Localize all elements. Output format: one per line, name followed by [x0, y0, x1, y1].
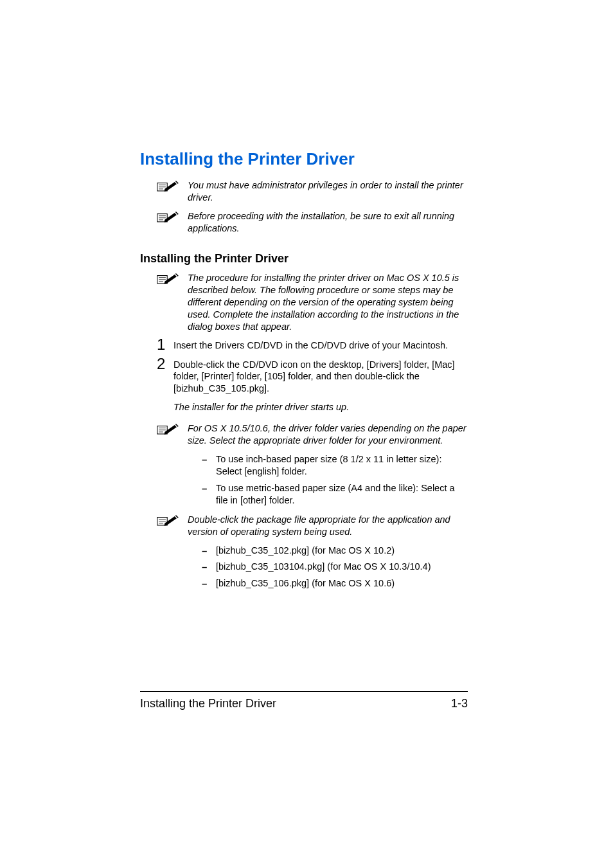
- list-item: To use metric-based paper size (A4 and t…: [202, 482, 468, 507]
- note-driver-folder: For OS X 10.5/10.6, the driver folder va…: [140, 422, 468, 447]
- page-footer: Installing the Printer Driver 1-3: [140, 691, 468, 710]
- svg-line-14: [175, 274, 178, 276]
- package-list: [bizhub_C35_102.pkg] (for Mac OS X 10.2)…: [202, 545, 468, 590]
- list-item: [bizhub_C35_103104.pkg] (for Mac OS X 10…: [202, 561, 468, 574]
- content-area: Installing the Printer Driver You must h…: [140, 149, 468, 590]
- note-text: The procedure for installing the printer…: [188, 272, 468, 332]
- step-result-text: The installer for the printer driver sta…: [140, 401, 468, 413]
- list-item: To use inch-based paper size (8 1/2 x 11…: [202, 453, 468, 478]
- handwrite-note-icon: [157, 422, 188, 436]
- note-text: Before proceeding with the installation,…: [188, 210, 468, 235]
- note-package-file: Double-click the package file appropriat…: [140, 514, 468, 538]
- list-item: [bizhub_C35_106.pkg] (for Mac OS X 10.6): [202, 577, 468, 590]
- paper-size-list: To use inch-based paper size (8 1/2 x 11…: [202, 453, 468, 507]
- main-heading: Installing the Printer Driver: [140, 149, 468, 169]
- list-item: [bizhub_C35_102.pkg] (for Mac OS X 10.2): [202, 545, 468, 557]
- step-number: 2: [157, 356, 173, 372]
- svg-line-19: [175, 424, 178, 426]
- svg-line-9: [175, 212, 178, 214]
- handwrite-note-icon: [157, 210, 188, 224]
- step-1: 1 Insert the Drivers CD/DVD in the CD/DV…: [140, 339, 468, 352]
- handwrite-note-icon: [157, 272, 188, 285]
- step-2: 2 Double-click the CD/DVD icon on the de…: [140, 359, 468, 395]
- note-procedure-description: The procedure for installing the printer…: [140, 272, 468, 332]
- footer-page-number: 1-3: [451, 697, 468, 710]
- note-text: Double-click the package file appropriat…: [188, 514, 468, 538]
- svg-line-4: [175, 181, 178, 184]
- handwrite-note-icon: [157, 179, 188, 193]
- footer-section-title: Installing the Printer Driver: [140, 697, 276, 710]
- note-admin-privileges: You must have administrator privileges i…: [140, 179, 468, 204]
- handwrite-note-icon: [157, 514, 188, 527]
- svg-line-24: [175, 515, 178, 518]
- note-exit-apps: Before proceeding with the installation,…: [140, 210, 468, 235]
- step-text: Insert the Drivers CD/DVD in the CD/DVD …: [173, 339, 468, 352]
- step-number: 1: [157, 337, 173, 352]
- step-text: Double-click the CD/DVD icon on the desk…: [173, 359, 468, 395]
- note-text: You must have administrator privileges i…: [188, 179, 468, 204]
- note-text: For OS X 10.5/10.6, the driver folder va…: [188, 422, 468, 447]
- document-page: Installing the Printer Driver You must h…: [0, 0, 613, 868]
- sub-heading: Installing the Printer Driver: [140, 252, 468, 266]
